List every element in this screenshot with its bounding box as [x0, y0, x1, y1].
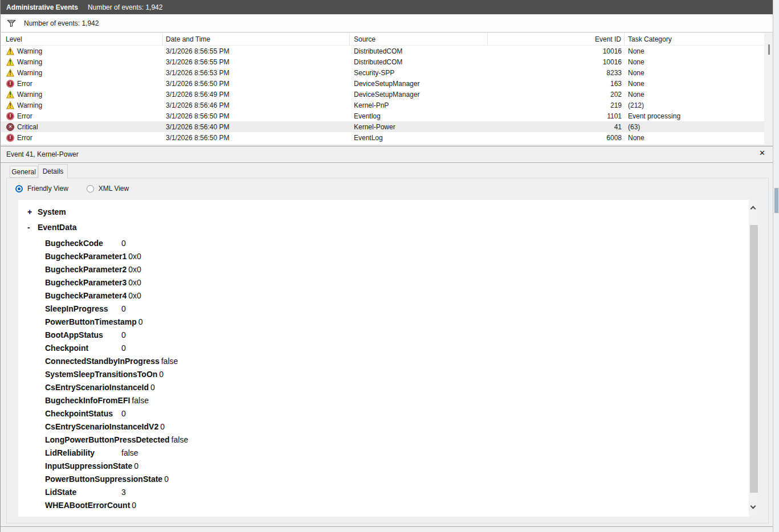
close-icon[interactable]: ✕ [759, 149, 765, 157]
warning-icon [6, 101, 14, 109]
property-name: WHEABootErrorCount [45, 501, 130, 510]
property-name: PowerButtonTimestamp [45, 317, 137, 326]
property-name: PowerButtonSuppressionState [45, 474, 162, 484]
event-details-pane: Event 41, Kernel-Power ✕ Friendly View X… [1, 146, 773, 527]
source-cell: Kernel-PnP [350, 100, 488, 111]
property-name: CheckpointStatus [45, 409, 120, 418]
table-row[interactable]: Warning 3/1/2026 8:56:55 PM DistributedC… [1, 46, 764, 56]
warning-icon [6, 47, 14, 55]
details-scrollbar[interactable] [749, 200, 759, 517]
source-cell: Eventlog [350, 111, 488, 121]
error-icon [6, 80, 14, 88]
table-row[interactable]: Error 3/1/2026 8:56:50 PM EventLog 6008 … [1, 132, 764, 143]
column-header-source[interactable]: Source [350, 33, 488, 45]
event-viewer-panel: Administrative Events Number of events: … [0, 0, 773, 532]
property-row: SleepInProgress0 [45, 302, 749, 315]
table-row[interactable]: Warning 3/1/2026 8:56:46 PM Kernel-PnP 2… [1, 100, 764, 111]
property-value: 0x0 [128, 291, 141, 300]
source-cell: Kernel-Power [350, 121, 488, 132]
level-label: Error [17, 134, 32, 142]
event-list-header: Level Date and Time Source Event ID Task… [1, 33, 764, 46]
property-row: LidReliabilityfalse [45, 446, 749, 459]
level-label: Warning [17, 101, 42, 109]
tab-general[interactable]: General [10, 166, 38, 178]
column-header-event-id[interactable]: Event ID [488, 33, 625, 45]
source-cell: DistributedCOM [350, 46, 488, 56]
filter-event-count: Number of events: 1,942 [24, 19, 99, 27]
level-label: Warning [17, 91, 42, 99]
event-id-cell: 202 [488, 89, 625, 100]
xml-view-radio[interactable]: XML View [87, 185, 129, 193]
property-row: ConnectedStandbyInProgressfalse [45, 354, 749, 367]
table-row[interactable]: Warning 3/1/2026 8:56:49 PM DeviceSetupM… [1, 89, 764, 100]
task-category-cell: None [625, 78, 764, 89]
event-list-scrollbar-thumb[interactable] [768, 44, 770, 55]
property-name: BugcheckParameter4 [45, 291, 127, 300]
error-icon [6, 112, 14, 120]
source-cell: Security-SPP [350, 67, 488, 78]
property-row: BugcheckParameter40x0 [45, 289, 749, 302]
property-name: BugcheckCode [45, 239, 120, 248]
event-list-scrollbar[interactable] [764, 33, 773, 144]
warning-icon [6, 91, 14, 99]
details-scrollbar-thumb[interactable] [750, 225, 758, 493]
column-header-level[interactable]: Level [1, 33, 163, 45]
task-category-cell: (63) [625, 121, 764, 132]
datetime-cell: 3/1/2026 8:56:53 PM [163, 67, 350, 78]
property-value: false [161, 357, 178, 366]
tab-details[interactable]: Details [38, 164, 68, 178]
property-value: 0 [160, 422, 165, 431]
column-header-task-category[interactable]: Task Category [625, 33, 764, 45]
event-id-cell: 6008 [488, 132, 625, 143]
table-row[interactable]: Warning 3/1/2026 8:56:55 PM DistributedC… [1, 56, 764, 67]
task-category-cell: None [625, 56, 764, 67]
datetime-cell: 3/1/2026 8:56:50 PM [163, 111, 350, 121]
datetime-cell: 3/1/2026 8:56:50 PM [163, 78, 350, 89]
source-cell: DeviceSetupManager [350, 78, 488, 89]
property-value: 0x0 [128, 265, 141, 274]
property-row: PowerButtonSuppressionState0 [45, 472, 749, 485]
property-row: BugcheckInfoFromEFIfalse [45, 394, 749, 407]
property-row: PowerButtonTimestamp0 [45, 315, 749, 328]
property-name: Checkpoint [45, 343, 120, 353]
event-rows: Warning 3/1/2026 8:56:55 PM DistributedC… [1, 46, 764, 143]
property-row: CheckpointStatus0 [45, 407, 749, 420]
property-name: LidState [45, 488, 120, 497]
tree-node-eventdata[interactable]: - EventData [18, 219, 749, 235]
property-name: CsEntryScenarioInstanceId [45, 383, 149, 392]
view-title-bar: Administrative Events Number of events: … [1, 0, 773, 14]
tree-node-system[interactable]: + System [18, 204, 749, 219]
level-label: Error [17, 80, 32, 88]
expand-icon[interactable]: + [27, 207, 38, 216]
task-category-cell: None [625, 46, 764, 56]
property-value: 0 [121, 343, 126, 353]
collapse-icon[interactable]: - [27, 223, 38, 232]
source-cell: DeviceSetupManager [350, 89, 488, 100]
table-row[interactable]: Error 3/1/2026 8:56:50 PM DeviceSetupMan… [1, 78, 764, 89]
view-title: Administrative Events [6, 3, 78, 11]
window-scrollbar[interactable] [773, 0, 779, 532]
property-value: 0 [159, 370, 164, 379]
property-name: LidReliability [45, 448, 120, 457]
property-name: BugcheckParameter1 [45, 252, 127, 261]
column-header-datetime[interactable]: Date and Time [163, 33, 350, 45]
property-row: BugcheckCode0 [45, 236, 749, 249]
task-category-cell: None [625, 67, 764, 78]
scroll-down-icon[interactable] [751, 505, 756, 510]
table-row-selected[interactable]: Critical 3/1/2026 8:56:40 PM Kernel-Powe… [1, 121, 764, 132]
property-name: BugcheckInfoFromEFI [45, 396, 130, 405]
scroll-up-icon[interactable] [751, 206, 756, 211]
property-name: ConnectedStandbyInProgress [45, 357, 160, 366]
event-list: Level Date and Time Source Event ID Task… [1, 33, 764, 144]
task-category-cell: None [625, 132, 764, 143]
datetime-cell: 3/1/2026 8:56:46 PM [163, 100, 350, 111]
table-row[interactable]: Warning 3/1/2026 8:56:53 PM Security-SPP… [1, 67, 764, 78]
warning-icon [6, 69, 14, 77]
radio-unselected-icon [87, 185, 94, 193]
details-pane-title: Event 41, Kernel-Power [6, 150, 79, 158]
level-label: Warning [17, 58, 42, 66]
friendly-view-radio[interactable]: Friendly View [15, 185, 68, 193]
window-scrollbar-thumb[interactable] [774, 188, 778, 213]
filter-summary-bar[interactable]: Number of events: 1,942 [1, 15, 773, 32]
table-row[interactable]: Error 3/1/2026 8:56:50 PM Eventlog 1101 … [1, 111, 764, 121]
